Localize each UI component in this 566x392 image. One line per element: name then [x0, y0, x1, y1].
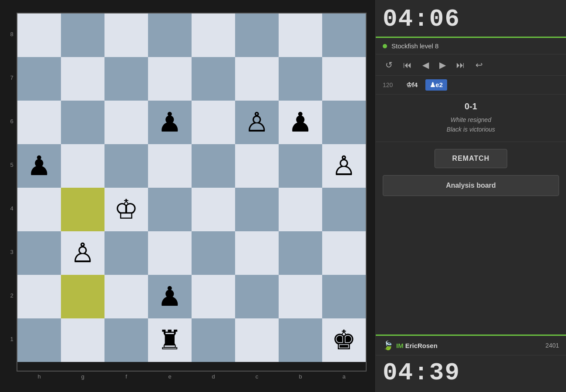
square-e6[interactable]: ♟	[148, 101, 192, 144]
square-d3[interactable]	[192, 231, 235, 275]
square-a4[interactable]	[322, 188, 366, 231]
piece-g3: ♙	[71, 240, 95, 267]
square-e4[interactable]	[148, 188, 192, 231]
square-c5[interactable]	[235, 144, 279, 188]
engine-name: Stockfish level 8	[391, 42, 438, 50]
square-g2[interactable]	[61, 275, 104, 318]
square-h1[interactable]	[17, 318, 61, 362]
result-line1-text: White resigned	[451, 116, 491, 123]
square-d2[interactable]	[192, 275, 235, 318]
file-label-a: a	[322, 373, 366, 380]
square-e1[interactable]: ♜	[148, 318, 192, 362]
square-c4[interactable]	[235, 188, 279, 231]
square-e5[interactable]	[148, 144, 192, 188]
piece-e1: ♜	[158, 327, 182, 354]
square-a2[interactable]	[322, 275, 366, 318]
result-area: 0-1 White resigned Black is victorious	[376, 95, 566, 142]
square-f3[interactable]	[104, 231, 148, 275]
result-score: 0-1	[383, 101, 559, 112]
square-d5[interactable]	[192, 144, 235, 188]
player-name: EricRosen	[405, 342, 546, 349]
player-title: IM	[396, 342, 404, 349]
last-move-button[interactable]: ⏭	[454, 58, 468, 72]
square-a6[interactable]	[322, 101, 366, 144]
timer-bottom-section: 04:39	[376, 355, 566, 392]
square-g4[interactable]	[61, 188, 104, 231]
square-g7[interactable]	[61, 57, 104, 101]
square-f1[interactable]	[104, 318, 148, 362]
undo-button[interactable]: ↩	[473, 58, 485, 72]
rank-label-7: 7	[9, 56, 15, 100]
square-e8[interactable]	[148, 14, 192, 57]
square-b4[interactable]	[279, 188, 322, 231]
square-d7[interactable]	[192, 57, 235, 101]
square-f8[interactable]	[104, 14, 148, 57]
square-c8[interactable]	[235, 14, 279, 57]
result-line1: White resigned Black is victorious	[383, 115, 559, 135]
square-h6[interactable]	[17, 101, 61, 144]
square-g1[interactable]	[61, 318, 104, 362]
square-b3[interactable]	[279, 231, 322, 275]
square-d6[interactable]	[192, 101, 235, 144]
square-b5[interactable]	[279, 144, 322, 188]
square-a7[interactable]	[322, 57, 366, 101]
square-d8[interactable]	[192, 14, 235, 57]
square-f2[interactable]	[104, 275, 148, 318]
piece-e6: ♟	[158, 109, 182, 136]
square-b6[interactable]: ♟	[279, 101, 322, 144]
square-c1[interactable]	[235, 318, 279, 362]
piece-a5: ♙	[332, 152, 356, 179]
analysis-board-button[interactable]: Analysis board	[383, 175, 559, 196]
file-label-d: d	[192, 373, 235, 380]
square-h3[interactable]	[17, 231, 61, 275]
square-a3[interactable]	[322, 231, 366, 275]
square-h7[interactable]	[17, 57, 61, 101]
square-f7[interactable]	[104, 57, 148, 101]
prev-move-button[interactable]: ◀	[420, 58, 431, 72]
square-b2[interactable]	[279, 275, 322, 318]
square-h4[interactable]	[17, 188, 61, 231]
square-g3[interactable]: ♙	[61, 231, 104, 275]
square-e3[interactable]	[148, 231, 192, 275]
square-e2[interactable]: ♟	[148, 275, 192, 318]
square-f4[interactable]: ♔	[104, 188, 148, 231]
square-c3[interactable]	[235, 231, 279, 275]
square-b1[interactable]	[279, 318, 322, 362]
square-g8[interactable]	[61, 14, 104, 57]
square-h2[interactable]	[17, 275, 61, 318]
engine-status-dot	[383, 44, 387, 48]
next-move-button[interactable]: ▶	[437, 58, 448, 72]
square-g6[interactable]	[61, 101, 104, 144]
white-move[interactable]: ♔f4	[402, 79, 422, 91]
piece-c6: ♙	[245, 109, 269, 136]
square-e7[interactable]	[148, 57, 192, 101]
first-move-button[interactable]: ⏮	[401, 58, 414, 72]
square-c6[interactable]: ♙	[235, 101, 279, 144]
rank-label-1: 1	[9, 318, 15, 361]
square-c2[interactable]	[235, 275, 279, 318]
square-h8[interactable]	[17, 14, 61, 57]
file-label-h: h	[17, 373, 61, 380]
player-icon: 🍃	[383, 340, 394, 351]
file-label-g: g	[61, 373, 104, 380]
square-f6[interactable]	[104, 101, 148, 144]
rematch-button[interactable]: REMATCH	[435, 149, 508, 168]
square-g5[interactable]	[61, 144, 104, 188]
piece-f4: ♔	[114, 196, 138, 223]
flip-board-button[interactable]: ↺	[383, 58, 395, 72]
file-label-b: b	[279, 373, 322, 380]
player-row: 🍃 IM EricRosen 2401	[376, 335, 566, 355]
square-b7[interactable]	[279, 57, 322, 101]
board-area: 87654321 ♟♙♟♟♙♔♙♟♜♚ hgfedcba	[0, 0, 375, 392]
square-a8[interactable]	[322, 14, 366, 57]
square-c7[interactable]	[235, 57, 279, 101]
square-f5[interactable]	[104, 144, 148, 188]
square-a5[interactable]: ♙	[322, 144, 366, 188]
square-b8[interactable]	[279, 14, 322, 57]
square-d1[interactable]	[192, 318, 235, 362]
piece-b6: ♟	[288, 109, 313, 136]
black-move[interactable]: ♟e2	[425, 79, 447, 91]
square-d4[interactable]	[192, 188, 235, 231]
square-a1[interactable]: ♚	[322, 318, 366, 362]
square-h5[interactable]: ♟	[17, 144, 61, 188]
